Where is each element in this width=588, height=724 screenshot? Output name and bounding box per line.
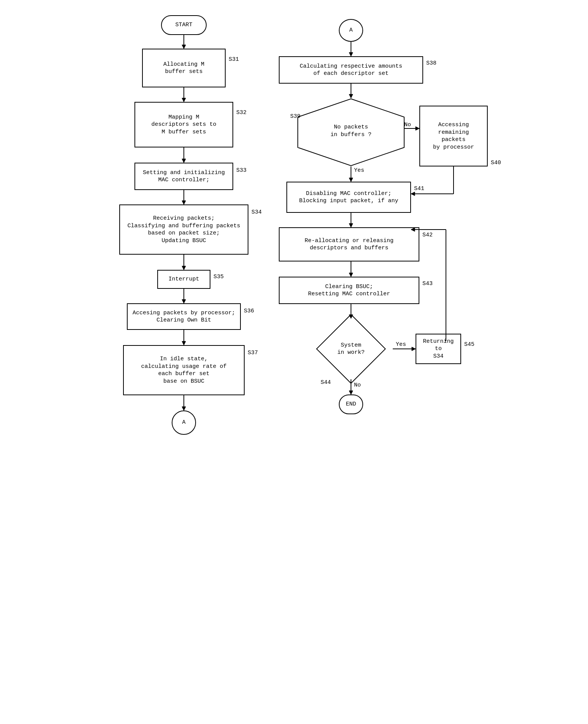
svg-marker-9 (182, 266, 186, 270)
svg-text:in buffers ?: in buffers ? (330, 131, 371, 138)
s34-label: S34 (251, 209, 262, 215)
a-bottom-label: A (182, 419, 185, 426)
s33-label: S33 (236, 167, 247, 174)
s36-node: Accesing packets by processor;Clearing O… (127, 303, 241, 330)
a-top-label: A (349, 27, 352, 34)
s39-hex-svg: No packets in buffers ? (290, 98, 412, 166)
svg-marker-17 (349, 52, 353, 56)
s40-label: S40 (491, 160, 501, 166)
a-top-node: A (339, 19, 363, 42)
a-bottom-node: A (172, 410, 196, 435)
no-label-diamond: No (354, 382, 361, 388)
s32-text: Mapping Mdescriptors sets toM buffer set… (151, 114, 216, 136)
yes-label-diamond: Yes (396, 341, 406, 348)
s37-label: S37 (248, 350, 258, 356)
s37-node: In idle state,calculating usage rate ofe… (123, 345, 245, 395)
start-label: START (175, 21, 192, 29)
s33-node: Setting and initializingMAC controller; (134, 163, 233, 190)
s45-node: ReturningtoS34 (416, 334, 461, 364)
svg-marker-28 (349, 223, 353, 227)
svg-marker-34 (412, 347, 416, 351)
s35-node: Interrupt (157, 270, 210, 289)
s32-node: Mapping Mdescriptors sets toM buffer set… (134, 102, 233, 147)
svg-marker-15 (182, 407, 186, 410)
svg-marker-11 (182, 299, 186, 303)
s45-text: ReturningtoS34 (423, 338, 454, 360)
s41-text: Disabling MAC controller;Blocking input … (299, 190, 398, 205)
s31-label: S31 (229, 56, 239, 63)
svg-marker-5 (182, 159, 186, 163)
s36-text: Accesing packets by processor;Clearing O… (133, 309, 235, 324)
s39-label: S39 (290, 113, 300, 120)
end-node: END (339, 394, 363, 414)
s40-text: Accessingremainingpacketsby processor (433, 121, 474, 151)
s41-label: S41 (414, 185, 424, 192)
s33-text: Setting and initializingMAC controller; (143, 169, 225, 184)
svg-marker-30 (349, 273, 353, 277)
yes-label-hex: Yes (354, 167, 364, 174)
svg-marker-13 (182, 341, 186, 345)
s43-text: Clearing BSUC;Resetting MAC controller (308, 283, 390, 298)
start-node: START (161, 15, 207, 35)
no-label-hex: No (404, 122, 411, 128)
s31-node: Allocating Mbuffer sets (142, 49, 226, 87)
s35-label: S35 (213, 274, 224, 280)
svg-marker-36 (349, 391, 353, 394)
s31-text: Allocating Mbuffer sets (163, 61, 204, 76)
svg-marker-3 (182, 98, 186, 102)
svg-marker-23 (349, 178, 353, 182)
s40-node: Accessingremainingpacketsby processor (419, 106, 488, 166)
diagram-container: START Allocating Mbuffer sets S31 Mappin… (104, 8, 484, 699)
svg-marker-1 (182, 45, 186, 49)
s35-text: Interrupt (168, 276, 199, 283)
s44-label: S44 (321, 379, 331, 386)
s45-label: S45 (464, 341, 474, 348)
s43-label: S43 (422, 280, 433, 287)
s38-label: S38 (426, 60, 436, 67)
s32-label: S32 (236, 109, 247, 116)
s34-node: Receiving packets;Classifying and buffer… (119, 204, 248, 255)
s42-node: Re-allocating or releasingdescriptors an… (279, 227, 419, 261)
s42-label: S42 (422, 232, 433, 238)
s38-node: Calculating respective amountsof each de… (279, 56, 423, 84)
svg-marker-21 (416, 127, 419, 130)
s42-text: Re-allocating or releasingdescriptors an… (305, 237, 394, 252)
s44-node: Systemin work? (321, 318, 381, 379)
s38-text: Calculating respective amountsof each de… (300, 63, 402, 78)
s37-text: In idle state,calculating usage rate ofe… (141, 355, 226, 385)
s34-text: Receiving packets;Classifying and buffer… (127, 215, 240, 244)
svg-marker-19 (349, 94, 353, 98)
svg-marker-7 (182, 201, 186, 204)
end-label: END (346, 401, 356, 408)
s36-label: S36 (244, 308, 254, 314)
s41-node: Disabling MAC controller;Blocking input … (286, 182, 411, 213)
svg-text:No packets: No packets (334, 124, 368, 130)
s43-node: Clearing BSUC;Resetting MAC controller (279, 277, 419, 304)
s44-text: Systemin work? (337, 342, 365, 356)
svg-marker-26 (411, 192, 415, 196)
